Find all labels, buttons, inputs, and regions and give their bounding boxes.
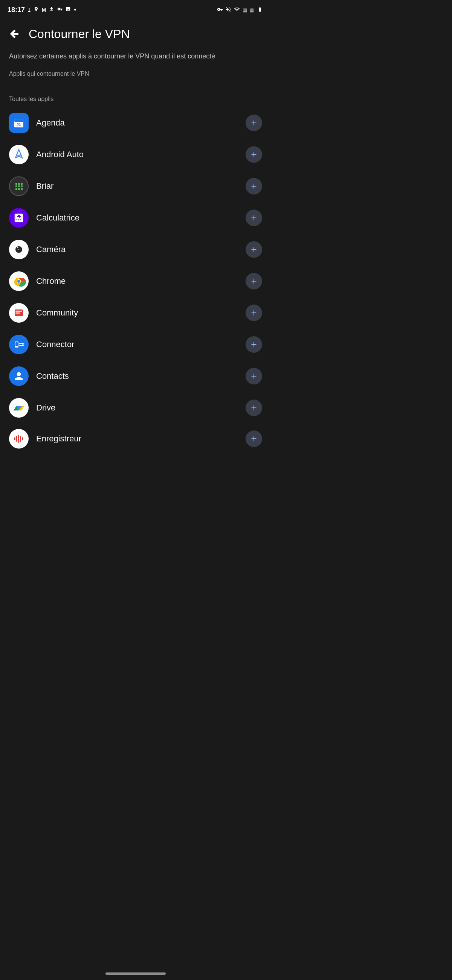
app-item-enregistreur[interactable]: Enregistreur: [0, 424, 271, 454]
header: Contourner le VPN: [0, 18, 271, 48]
svg-rect-4: [21, 118, 21, 120]
svg-rect-42: [22, 437, 23, 440]
app-name-chrome: Chrome: [36, 276, 238, 286]
app-name-briar: Briar: [36, 181, 238, 191]
svg-rect-12: [18, 185, 20, 187]
svg-point-26: [17, 280, 21, 283]
app-name-drive: Drive: [36, 403, 238, 413]
android-auto-svg-icon: [12, 148, 25, 161]
apps-section: Toutes les applis 31 Agenda An: [0, 88, 271, 454]
plus-icon-connector: [250, 340, 258, 348]
plus-icon-briar: [250, 182, 258, 190]
add-button-enregistreur[interactable]: [246, 430, 262, 447]
add-button-agenda[interactable]: [246, 115, 262, 131]
app-name-android-auto: Android Auto: [36, 150, 238, 159]
add-button-contacts[interactable]: [246, 368, 262, 385]
app-icon-enregistreur: [9, 429, 29, 449]
add-button-chrome[interactable]: [246, 273, 262, 290]
status-bar: 18:17 1 M • ▦ ▦: [0, 0, 271, 18]
app-item-camera[interactable]: Caméra: [0, 234, 271, 266]
svg-point-21: [19, 249, 20, 250]
key-icon: [57, 6, 62, 13]
agenda-svg-icon: 31: [13, 117, 25, 129]
app-icon-briar: [9, 177, 29, 196]
app-item-agenda[interactable]: 31 Agenda: [0, 107, 271, 139]
svg-rect-3: [16, 118, 17, 120]
app-item-calculatrice[interactable]: Calculatrice: [0, 202, 271, 234]
signal-off-1-icon: ▦: [243, 7, 247, 13]
photo-icon: [65, 6, 71, 13]
description-text: Autorisez certaines applis à contourner …: [9, 51, 262, 61]
download-icon: [49, 6, 54, 13]
svg-rect-30: [16, 312, 20, 313]
add-button-camera[interactable]: [246, 241, 262, 258]
app-icon-drive: [9, 398, 29, 418]
svg-rect-16: [21, 188, 22, 190]
app-name-contacts: Contacts: [36, 371, 238, 381]
app-item-community[interactable]: Community: [0, 297, 271, 329]
vpn-key-icon: [217, 6, 223, 14]
plus-icon-agenda: [250, 119, 258, 127]
community-svg-icon: [12, 306, 26, 320]
enregistreur-svg-icon: [12, 431, 26, 446]
app-item-briar[interactable]: Briar: [0, 170, 271, 202]
svg-rect-38: [14, 437, 16, 440]
plus-icon-calculatrice: [250, 214, 258, 222]
svg-rect-2: [14, 119, 23, 122]
back-arrow-icon: [9, 29, 20, 39]
add-button-briar[interactable]: [246, 178, 262, 194]
app-icon-contacts: [9, 366, 29, 386]
svg-rect-14: [16, 188, 17, 190]
app-item-drive[interactable]: Drive: [0, 392, 271, 424]
status-right-icons: ▦ ▦: [217, 6, 264, 14]
app-icon-camera: [9, 240, 29, 259]
app-item-chrome[interactable]: Chrome: [0, 266, 271, 297]
gmail-icon: M: [42, 7, 46, 13]
camera-svg-icon: [13, 243, 25, 256]
svg-rect-15: [18, 188, 20, 190]
svg-point-35: [22, 345, 24, 346]
svg-point-22: [17, 247, 19, 248]
svg-rect-10: [21, 183, 22, 185]
page-title: Contourner le VPN: [29, 27, 262, 41]
status-left: 18:17 1 M •: [8, 6, 76, 14]
app-icon-chrome: [9, 271, 29, 291]
plus-icon-community: [250, 309, 258, 317]
description-section: Autorisez certaines applis à contourner …: [0, 48, 271, 88]
add-button-drive[interactable]: [246, 399, 262, 416]
plus-icon-contacts: [250, 372, 258, 380]
app-item-android-auto[interactable]: Android Auto: [0, 139, 271, 170]
app-item-contacts[interactable]: Contacts: [0, 360, 271, 392]
apps-bypassing-label: Applis qui contournent le VPN: [9, 70, 262, 77]
app-name-agenda: Agenda: [36, 118, 238, 128]
plus-icon-enregistreur: [250, 434, 258, 443]
plus-icon-android-auto: [250, 150, 258, 159]
app-name-connector: Connector: [36, 340, 238, 349]
drive-svg-icon: [12, 401, 26, 415]
calculatrice-svg-icon: [13, 212, 24, 224]
dot-icon: •: [74, 6, 76, 14]
add-button-calculatrice[interactable]: [246, 210, 262, 226]
notification-1-icon: 1: [28, 7, 30, 13]
svg-rect-39: [16, 436, 17, 442]
add-button-android-auto[interactable]: [246, 146, 262, 163]
svg-text:31: 31: [17, 123, 21, 126]
plus-icon-drive: [250, 404, 258, 412]
all-apps-label: Toutes les applis: [0, 88, 271, 107]
app-name-calculatrice: Calculatrice: [36, 213, 238, 223]
battery-icon: [256, 7, 264, 13]
wifi-icon: [233, 6, 240, 14]
back-button[interactable]: [6, 25, 22, 42]
app-icon-connector: [9, 335, 29, 354]
app-icon-android-auto: [9, 145, 29, 164]
svg-rect-9: [18, 183, 20, 185]
app-item-connector[interactable]: Connector: [0, 329, 271, 360]
plus-icon-camera: [250, 245, 258, 254]
svg-rect-13: [21, 185, 22, 187]
briar-svg-icon: [13, 180, 25, 192]
connector-svg-icon: [13, 339, 25, 350]
location-icon: [33, 6, 39, 13]
add-button-community[interactable]: [246, 305, 262, 321]
svg-rect-29: [16, 310, 22, 312]
add-button-connector[interactable]: [246, 336, 262, 353]
